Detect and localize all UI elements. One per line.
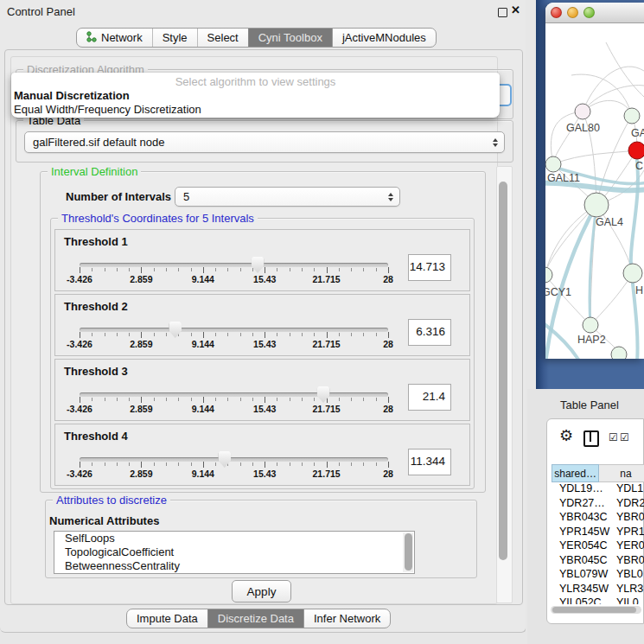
tab-cyni-toolbox[interactable]: Cyni Toolbox	[248, 29, 332, 47]
major-tick	[80, 462, 80, 468]
settings-vertical-scrollbar[interactable]	[496, 166, 513, 603]
threshold-coordinates-group-title: Threshold's Coordinates for 5 Intervals	[58, 212, 258, 225]
minimize-traffic-light-icon[interactable]	[567, 7, 578, 18]
table-row[interactable]: YBL079WYBL0	[552, 568, 644, 583]
tab-select[interactable]: Select	[197, 29, 248, 47]
node-partial-bottom[interactable]	[611, 347, 627, 359]
settings-scrollbar-thumb[interactable]	[499, 182, 507, 560]
numerical-attributes-list[interactable]: SelfLoopsTopologicalCoefficientBetweenne…	[54, 531, 415, 574]
tab-discretize-data[interactable]: Discretize Data	[207, 609, 303, 628]
tick-label: 15.43	[253, 404, 276, 414]
major-tick	[327, 267, 328, 273]
slider-track[interactable]	[80, 392, 388, 397]
table-horizontal-scrollbar[interactable]	[551, 606, 641, 614]
num-intervals-combo[interactable]: 5	[175, 187, 400, 207]
node-label-partial-low: H	[635, 284, 643, 296]
node-label-gal4: GAL4	[596, 216, 623, 228]
split-view-icon[interactable]	[583, 430, 599, 447]
threshold-panel-1: Threshold 1-3.4262.8599.14415.4321.71528…	[54, 229, 470, 291]
algorithm-popup-prompt: Select algorithm to view settings	[11, 75, 500, 88]
gear-icon[interactable]: ⚙	[559, 426, 573, 444]
attributes-list-scrollbar[interactable]	[403, 532, 413, 572]
node-gal80[interactable]	[575, 104, 590, 119]
major-tick	[265, 332, 265, 338]
table-row[interactable]: YPR145WYPR1	[552, 526, 644, 540]
major-tick	[265, 462, 265, 468]
node-hap2[interactable]	[583, 317, 598, 333]
major-tick	[203, 332, 204, 338]
close-icon[interactable]: ✕	[511, 3, 520, 16]
node-partial-right-low[interactable]	[623, 264, 642, 283]
table-row[interactable]: YBR043CYBR0	[552, 511, 644, 526]
float-window-icon[interactable]	[498, 8, 507, 17]
threshold-value-field[interactable]: 21.4	[408, 384, 451, 411]
table-row[interactable]: YDR27…YDR2	[552, 497, 644, 512]
attribute-item-selfloops[interactable]: SelfLoops	[54, 532, 414, 545]
tick-label: 9.144	[192, 274, 214, 284]
threshold-panel-3: Threshold 3-3.4262.8599.14415.4321.71528…	[54, 359, 470, 421]
tab-network[interactable]: Network	[77, 29, 152, 47]
node-red[interactable]	[628, 142, 644, 159]
threshold-value-field[interactable]: 11.344	[408, 449, 451, 475]
tick-label: 28	[383, 469, 393, 479]
table-row[interactable]: YBR045CYBR0	[552, 554, 644, 569]
table-row[interactable]: YLR345WYLR3	[552, 583, 644, 597]
table-hscrollbar-thumb[interactable]	[552, 607, 636, 613]
tick-label: 28	[383, 404, 393, 414]
tab-jactivemnodules[interactable]: jActiveMNodules	[332, 29, 436, 47]
algorithm-option-equal-width-frequency-discretization[interactable]: Equal Width/Frequency Discretization	[14, 103, 497, 117]
column-header-shared[interactable]: shared…	[552, 464, 599, 482]
interval-definition-group-title: Interval Definition	[48, 165, 141, 178]
tick-label: 2.859	[130, 404, 152, 414]
table-data-combo[interactable]: galFiltered.sif default node	[24, 131, 505, 153]
major-tick	[388, 397, 389, 403]
tab-infer-network[interactable]: Infer Network	[303, 609, 390, 628]
tick-label: 21.715	[313, 274, 341, 284]
table-rows: YDL19…YDL1YDR27…YDR2YBR043CYBR0YPR145WYP…	[552, 482, 644, 604]
algorithm-option-manual-discretization[interactable]: Manual Discretization	[14, 89, 497, 103]
slider-track[interactable]	[80, 263, 388, 267]
major-tick	[141, 332, 142, 338]
node-partial-right-top[interactable]	[624, 108, 640, 124]
major-tick	[80, 397, 80, 403]
node-gal11[interactable]	[545, 156, 561, 172]
table-row[interactable]: YIL052CYIL0	[552, 596, 644, 604]
tab-impute-data[interactable]: Impute Data	[127, 609, 207, 628]
major-tick	[141, 462, 142, 468]
apply-button[interactable]: Apply	[232, 580, 291, 603]
column-header-name[interactable]: na	[599, 464, 644, 482]
tick-label: 15.43	[253, 469, 276, 479]
combo-arrows-icon	[388, 193, 393, 201]
checkbox-icon[interactable]: ☑	[620, 431, 629, 443]
tick-label: 15.43	[253, 339, 276, 349]
threshold-label: Threshold 2	[64, 300, 128, 313]
combo-arrows-icon	[493, 138, 498, 147]
table-row[interactable]: YDL19…YDL1	[552, 482, 644, 497]
major-tick	[327, 462, 328, 468]
threshold-value-field[interactable]: 6.316	[408, 319, 451, 346]
tab-style[interactable]: Style	[152, 29, 197, 47]
close-traffic-light-icon[interactable]	[551, 7, 562, 18]
num-intervals-label: Number of Intervals	[66, 190, 171, 203]
tick-label: 9.144	[192, 404, 214, 414]
slider-track[interactable]	[80, 457, 388, 462]
node-gal4[interactable]	[584, 193, 609, 217]
node-gcy1[interactable]	[545, 267, 552, 283]
threshold-slider: -3.4262.8599.14415.4321.71528	[80, 449, 388, 485]
attribute-item-betweennesscentrality[interactable]: BetweennessCentrality	[54, 559, 414, 573]
tick-label: 9.144	[192, 339, 214, 349]
table-row[interactable]: YER054CYER0	[552, 539, 644, 554]
attribute-item-topologicalcoefficient[interactable]: TopologicalCoefficient	[54, 545, 414, 559]
threshold-value-field[interactable]: 14.713	[408, 254, 451, 281]
minor-ticks	[80, 462, 388, 466]
slider-track[interactable]	[80, 328, 388, 332]
window-title: Control Panel	[7, 5, 75, 18]
threshold-label: Threshold 4	[64, 430, 128, 443]
checkbox-icon[interactable]: ☑	[609, 431, 618, 443]
threshold-slider: -3.4262.8599.14415.4321.71528	[80, 384, 388, 420]
network-window-titlebar	[545, 3, 644, 23]
network-canvas[interactable]: GAL80 GA C GAL11 GAL4 GCY1 H HAP2	[545, 23, 644, 359]
zoom-traffic-light-icon[interactable]	[583, 7, 595, 18]
node-label-partial-mid: C	[635, 160, 643, 172]
top-tab-bar: NetworkStyleSelectCyni ToolboxjActiveMNo…	[76, 28, 437, 48]
